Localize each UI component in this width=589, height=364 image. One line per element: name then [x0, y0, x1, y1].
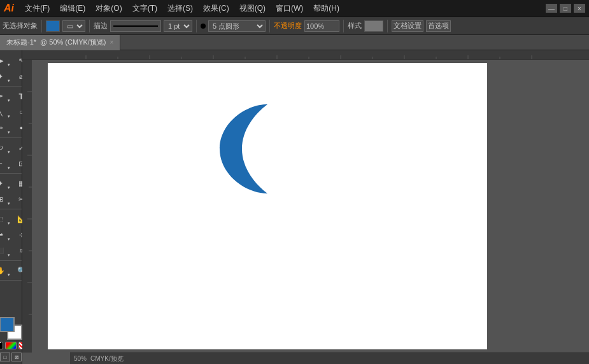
blend-tool[interactable]: ⇌ [0, 227, 11, 242]
screen-mode-2[interactable]: ⊠ [11, 353, 22, 361]
warp-tool[interactable]: ~ [0, 156, 11, 171]
tab-bar: 未标题-1* @ 50% (CMYK/预览) × [0, 35, 589, 50]
stroke-width-select[interactable]: 1 pt [164, 20, 192, 32]
stroke-preview[interactable] [110, 20, 161, 32]
crescent-moon [207, 92, 290, 206]
canvas-area: 50% CMYK/预览 [22, 50, 589, 364]
style-label: 样式 [348, 21, 362, 31]
stroke-label: 描边 [94, 21, 108, 31]
divider-6 [387, 20, 388, 32]
transform-tools: ↻ ⤢ ~ ⊡ [0, 140, 22, 174]
special-tools: ✦ ▦ ⊞ ✂ [0, 176, 22, 209]
menu-effect[interactable]: 效果(C) [199, 2, 234, 15]
eyedropper-tool[interactable]: ⬚ [0, 211, 11, 227]
opacity-label: 不透明度 [274, 21, 302, 31]
fill-color-box[interactable] [46, 20, 60, 32]
zoom-level: 50% [74, 355, 87, 362]
magic-wand-tool[interactable]: ✦ [0, 69, 11, 84]
normal-mode-btn[interactable] [0, 342, 3, 349]
svg-rect-16 [22, 60, 32, 353]
no-selection-label: 无选择对象 [3, 21, 38, 31]
selection-tools: ▶ ↖ ✦ ⌀ [0, 53, 22, 87]
divider-2 [89, 20, 90, 32]
pencil-tool[interactable]: ✏ [0, 120, 11, 136]
symbol-tool[interactable]: ✦ [0, 176, 11, 191]
color-boxes [0, 317, 22, 340]
options-bar: 无选择对象 ▭ 描边 1 pt 5 点圆形 不透明度 样式 文档设置 首选项 [0, 17, 589, 35]
screen-mode-1[interactable]: □ [0, 353, 10, 361]
window-controls: — □ × [546, 4, 585, 13]
color-mode-status: CMYK/预览 [90, 354, 124, 363]
rotate-tool[interactable]: ↻ [0, 140, 11, 155]
menu-object[interactable]: 对象(O) [91, 2, 126, 15]
divider-1 [41, 20, 42, 32]
tab-title: 未标题-1* [6, 38, 36, 47]
foreground-color[interactable] [0, 317, 15, 332]
gradient-tool[interactable]: ⬛ [0, 243, 11, 258]
tab-info: @ 50% (CMYK/预览) [40, 38, 106, 47]
menu-text[interactable]: 文字(T) [128, 2, 162, 15]
pen-tool[interactable]: ✒ [0, 88, 11, 104]
document-tab[interactable]: 未标题-1* @ 50% (CMYK/预览) × [0, 35, 120, 50]
selection-tool[interactable]: ▶ [0, 53, 11, 68]
prefs-button[interactable]: 首选项 [426, 20, 451, 32]
brush-select[interactable]: 5 点圆形 [208, 20, 266, 32]
style-box[interactable] [364, 20, 383, 32]
screen-mode-buttons: □ ⊠ [0, 353, 22, 361]
main-area: ▶ ↖ ✦ ⌀ ✒ T ╲ ○ ✏ ● [0, 50, 589, 364]
ai-logo: Ai [4, 3, 14, 14]
menu-window[interactable]: 窗口(W) [271, 2, 308, 15]
horizontal-ruler [22, 50, 589, 60]
svg-rect-0 [22, 50, 589, 60]
artboard-tool[interactable]: ⊞ [0, 192, 11, 207]
navigation-tools: ✋ 🔍 [0, 263, 22, 281]
divider-3 [196, 20, 197, 32]
opacity-input[interactable] [304, 20, 339, 32]
gradient-mode-btn[interactable] [5, 342, 17, 349]
menu-file[interactable]: 文件(F) [20, 2, 54, 15]
menu-bar: 文件(F) 编辑(E) 对象(O) 文字(T) 选择(S) 效果(C) 视图(Q… [20, 2, 344, 15]
divider-4 [269, 20, 270, 32]
toolbar: ▶ ↖ ✦ ⌀ ✒ T ╲ ○ ✏ ● [0, 50, 22, 364]
doc-settings-button[interactable]: 文档设置 [392, 20, 423, 32]
fill-type-select[interactable]: ▭ [62, 20, 85, 32]
status-bar: 50% CMYK/预览 [70, 353, 589, 364]
vertical-ruler [22, 60, 32, 353]
menu-help[interactable]: 帮助(H) [309, 2, 344, 15]
minimize-button[interactable]: — [546, 4, 557, 13]
artboard [48, 63, 487, 349]
line-tool[interactable]: ╲ [0, 104, 11, 120]
dot-icon [201, 24, 206, 29]
view-tools: ⬚ 📐 ⇌ ⊹ ⬛ # [0, 211, 22, 261]
divider-5 [343, 20, 344, 32]
draw-tools: ✒ T ╲ ○ ✏ ● [0, 88, 22, 138]
menu-view[interactable]: 视图(Q) [235, 2, 270, 15]
menu-edit[interactable]: 编辑(E) [55, 2, 90, 15]
title-bar: Ai 文件(F) 编辑(E) 对象(O) 文字(T) 选择(S) 效果(C) 视… [0, 0, 589, 17]
tab-close-button[interactable]: × [110, 39, 114, 46]
menu-select[interactable]: 选择(S) [163, 2, 197, 15]
maximize-button[interactable]: □ [560, 4, 571, 13]
hand-tool[interactable]: ✋ [0, 263, 11, 278]
close-button[interactable]: × [574, 4, 585, 13]
